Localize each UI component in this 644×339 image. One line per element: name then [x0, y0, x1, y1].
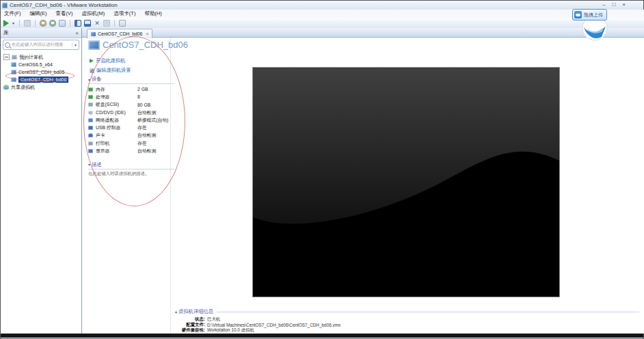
device-label: 打印机	[96, 140, 109, 147]
device-row-display[interactable]: 显示器 自动检测	[88, 147, 174, 154]
details-section-header[interactable]: ▾ 虚拟机详细信息	[175, 308, 639, 316]
tree-item-shared-vms[interactable]: 共享虚拟机	[1, 83, 81, 91]
device-row-cpu[interactable]: 处理器 8	[88, 93, 174, 100]
vm-title: CentOS7_CDH_bd06	[103, 40, 188, 50]
vm-icon	[11, 70, 16, 74]
bottom-edge-strip	[1, 334, 643, 338]
toolbar-separator	[114, 20, 115, 27]
menu-view[interactable]: 查看(V)	[56, 10, 73, 17]
shared-vm-icon	[3, 85, 9, 90]
toolbar: ▼ ✕	[1, 18, 644, 29]
maximize-button[interactable]: □	[612, 1, 615, 9]
details-header-label: 虚拟机详细信息	[178, 308, 213, 315]
device-value: 2 GB	[137, 87, 148, 92]
vm-icon	[91, 32, 96, 36]
device-value: 存在	[137, 140, 147, 147]
tree-item-my-computer[interactable]: 我的计算机	[1, 53, 81, 61]
toolbar-separator	[35, 20, 36, 27]
tree-item-centos65[interactable]: CentOS6.5_x64	[1, 61, 81, 68]
show-library-icon[interactable]	[75, 20, 81, 27]
menu-file[interactable]: 文件(F)	[4, 10, 21, 17]
search-input[interactable]: 在此处键入内容以进行搜索 ▼	[3, 40, 79, 50]
device-summary: ▾ 设备 内存 2 GB 处理器 8 硬盘(SCSI) 80 GB CD/DVD…	[88, 76, 174, 177]
device-row-sound[interactable]: 声卡 自动检测	[88, 132, 174, 139]
chevron-down-icon: ▾	[88, 162, 90, 167]
device-row-network[interactable]: 网络适配器 桥接模式(自动)	[88, 116, 174, 124]
printer-icon	[88, 141, 93, 146]
device-label: 网络适配器	[96, 117, 119, 124]
snapshot-revert-icon[interactable]	[49, 20, 56, 27]
minimize-button[interactable]: –	[602, 1, 605, 9]
power-on-icon[interactable]	[3, 20, 9, 27]
menu-vm[interactable]: 虚拟机(M)	[82, 10, 105, 17]
description-header-label: 描述	[92, 161, 102, 168]
edit-settings-link[interactable]: 编辑虚拟机设置	[90, 67, 131, 74]
power-on-label: 开启此虚拟机	[96, 57, 125, 64]
blank-screen-image	[253, 68, 559, 297]
usb-icon	[88, 126, 93, 130]
description-placeholder[interactable]: 在此处键入对该虚拟机的描述。	[88, 171, 174, 177]
tree-item-label: 我的计算机	[19, 54, 43, 61]
description-section: ▾ 描述 在此处键入对该虚拟机的描述。	[88, 161, 174, 177]
search-dropdown-icon[interactable]: ▼	[72, 43, 77, 47]
tree-item-label: CentOS6.5_x64	[18, 62, 53, 67]
tree-item-bd06-selected[interactable]: CentOS7_CDH_bd06	[1, 76, 81, 83]
toolbar-separator	[70, 20, 70, 27]
device-row-cddvd[interactable]: CD/DVD (IDE) 自动检测	[88, 109, 174, 116]
tab-centos7-cdh-bd06[interactable]: CentOS7_CDH_bd06 ×	[87, 29, 152, 38]
vm-console-thumbnail[interactable]	[252, 67, 560, 297]
fullscreen-icon[interactable]: ✕	[94, 20, 100, 27]
drag-upload-button[interactable]: 拖拽上传	[572, 9, 607, 21]
detail-value: 已关机	[207, 316, 220, 323]
device-value: 自动检测	[137, 148, 156, 154]
device-label: 处理器	[96, 94, 109, 100]
detail-label: 硬件兼容性:	[175, 327, 205, 334]
library-close-icon[interactable]: ×	[75, 30, 79, 36]
power-dropdown-icon[interactable]: ▼	[12, 20, 15, 27]
device-row-usb[interactable]: USB 控制器 存在	[88, 124, 174, 131]
toolbar-separator	[19, 20, 20, 27]
tree-item-label: CentOS7_CDH_bd06	[18, 77, 68, 83]
device-value: 8	[137, 94, 140, 99]
snapshot-manager-icon[interactable]	[59, 20, 66, 27]
chevron-down-icon: ▾	[88, 77, 90, 82]
detail-value: D:\Virtual Machines\CentOS7_CDH_bd06\Cen…	[207, 323, 340, 327]
search-icon	[5, 42, 10, 48]
menu-edit[interactable]: 编辑(E)	[30, 10, 47, 17]
show-thumbnail-bar-icon[interactable]	[84, 20, 91, 27]
menu-tabs[interactable]: 选项卡(T)	[113, 10, 135, 17]
snapshot-take-icon[interactable]	[40, 20, 46, 27]
device-label: CD/DVD (IDE)	[96, 110, 126, 115]
header-rule	[217, 312, 639, 312]
device-label: USB 控制器	[96, 124, 120, 131]
device-label: 内存	[96, 86, 105, 93]
cpu-icon	[88, 95, 93, 99]
device-row-memory[interactable]: 内存 2 GB	[88, 85, 174, 93]
upload-label: 拖拽上传	[584, 12, 603, 18]
device-row-printer[interactable]: 打印机 存在	[88, 139, 174, 147]
close-button[interactable]: ×	[622, 1, 626, 9]
vmware-app-icon	[2, 3, 8, 8]
tree-collapse-icon[interactable]	[3, 54, 10, 60]
memory-icon	[88, 87, 93, 92]
vm-actions: 开启此虚拟机 编辑虚拟机设置	[90, 57, 131, 74]
devices-section-header[interactable]: ▾ 设备	[88, 76, 174, 84]
disk-icon	[88, 103, 93, 107]
device-row-disk[interactable]: 硬盘(SCSI) 80 GB	[88, 101, 174, 109]
console-view-icon[interactable]	[119, 20, 126, 27]
tab-bar: CentOS7_CDH_bd06 ×	[82, 28, 644, 38]
title-bar: CentOS7_CDH_bd06 - VMware Workstation – …	[1, 1, 643, 10]
device-value: 存在	[137, 124, 147, 131]
tree-item-bd05[interactable]: CentOS7_CDH_bd05	[1, 68, 81, 76]
vmware-workstation-window: CentOS7_CDH_bd06 - VMware Workstation – …	[0, 0, 644, 339]
power-on-link[interactable]: 开启此虚拟机	[90, 57, 131, 64]
window-title: CentOS7_CDH_bd06 - VMware Workstation	[10, 2, 118, 8]
menu-help[interactable]: 帮助(H)	[144, 10, 161, 17]
vm-icon	[11, 62, 16, 67]
detail-row-state: 状态: 已关机	[175, 316, 639, 322]
tab-close-icon[interactable]: ×	[146, 31, 148, 36]
device-label: 硬盘(SCSI)	[96, 101, 119, 108]
suspend-icon[interactable]	[24, 20, 31, 27]
description-section-header[interactable]: ▾ 描述	[88, 161, 174, 170]
unity-icon[interactable]	[103, 20, 110, 27]
